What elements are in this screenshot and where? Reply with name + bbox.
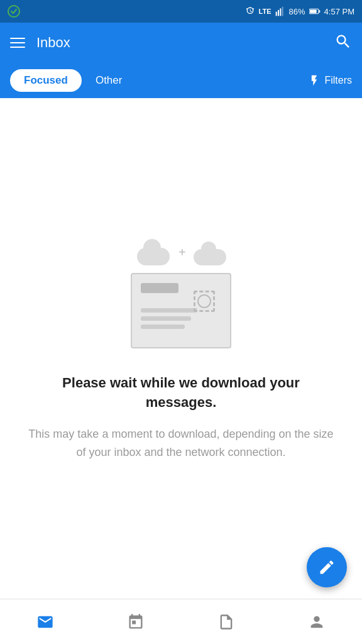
hamburger-line-1 [10, 38, 25, 39]
hamburger-line-3 [10, 47, 25, 48]
tabs-container: Focused Other [10, 69, 136, 92]
envelope-line-3 [141, 325, 185, 329]
stamp-circle [197, 294, 211, 308]
nav-item-people[interactable] [298, 608, 336, 636]
svg-rect-6 [319, 10, 320, 13]
envelope-line-1 [141, 308, 197, 313]
header-left: Inbox [10, 35, 70, 51]
compose-fab-button[interactable] [307, 547, 347, 587]
nav-item-mail[interactable] [26, 608, 64, 636]
alarm-icon [245, 6, 255, 16]
tab-bar: Focused Other Filters [0, 63, 362, 98]
bolt-icon [308, 74, 321, 87]
nav-item-files[interactable] [207, 608, 245, 636]
page-title: Inbox [36, 35, 70, 51]
envelope-stamp [194, 291, 215, 312]
time-text: 4:57 PM [324, 7, 354, 16]
envelope-line-2 [141, 316, 191, 321]
status-bar: LTE 86% 4:57 PM [0, 0, 362, 23]
mail-nav-icon [36, 613, 54, 631]
svg-rect-5 [310, 9, 317, 13]
plus-icon: + [178, 245, 186, 260]
tab-other[interactable]: Other [82, 69, 136, 92]
nav-item-calendar[interactable] [117, 608, 155, 636]
sync-check-icon [8, 5, 20, 18]
envelope-header [141, 283, 178, 293]
svg-rect-2 [280, 8, 281, 16]
svg-rect-0 [275, 12, 277, 16]
lte-indicator: LTE [259, 8, 272, 15]
svg-rect-3 [282, 7, 283, 16]
battery-icon [309, 6, 321, 16]
main-content: + Please wait while we download your mes… [0, 98, 362, 599]
envelope-icon [131, 273, 231, 348]
search-icon [334, 33, 352, 50]
people-nav-icon [308, 613, 326, 631]
cloud-left-icon [137, 248, 170, 265]
files-nav-icon [217, 613, 235, 631]
empty-state-subtitle: This may take a moment to download, depe… [25, 425, 337, 462]
empty-state-title: Please wait while we download your messa… [25, 374, 337, 413]
status-bar-right: LTE 86% 4:57 PM [245, 6, 354, 16]
battery-text: 86% [289, 7, 305, 16]
filters-label: Filters [324, 75, 352, 86]
search-button[interactable] [334, 33, 352, 53]
compose-icon [318, 558, 336, 576]
calendar-nav-icon [127, 613, 145, 631]
hamburger-menu-button[interactable] [10, 38, 25, 48]
status-bar-left [8, 5, 20, 18]
header: Inbox [0, 23, 362, 63]
signal-icon [275, 6, 285, 16]
svg-rect-1 [278, 10, 279, 16]
empty-state-illustration: + [124, 248, 238, 348]
bottom-navigation [0, 599, 362, 644]
filters-button[interactable]: Filters [308, 74, 352, 87]
hamburger-line-2 [10, 42, 25, 43]
cloud-right-icon [194, 249, 226, 265]
tab-focused[interactable]: Focused [10, 69, 82, 92]
